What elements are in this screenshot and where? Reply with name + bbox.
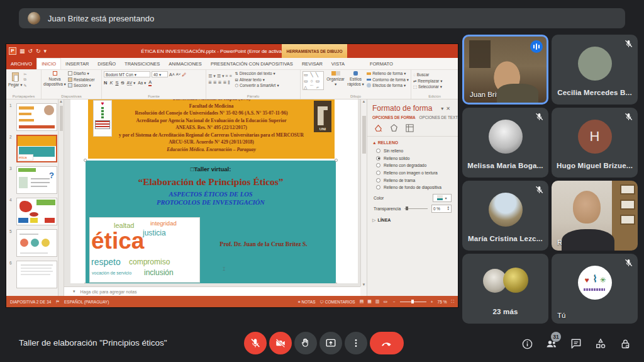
char-spacing-icon[interactable]: A̲V̲ ▾ [126,81,135,86]
accessibility-icon[interactable]: ⛿ [56,299,59,304]
shapes-gallery[interactable]: ▭ ╲ ╲ ▭ ○ ▭△ ⌒ ⌐ ◇ ⇩ ☆ [303,71,324,90]
tab-inicio[interactable]: INICIO [36,58,61,69]
line-section-header[interactable]: ▷LÍNEA [367,213,458,228]
notes-bar[interactable]: ▾ Haga clic para agregar notas [64,286,360,296]
replace-button[interactable]: ⇄ Reemplazar ▾ [413,79,456,83]
tab-insertar[interactable]: INSERTAR [61,58,93,69]
comments-toggle[interactable]: 🗩 COMENTARIOS [319,300,355,304]
mic-toggle-button[interactable] [244,332,267,354]
transparency-slider[interactable] [404,208,428,209]
tile-melissa[interactable]: Melissa Maria Boga... [462,108,548,178]
change-case-icon[interactable]: Aa ▾ [138,81,146,86]
participants-button[interactable]: 31 [545,337,558,350]
language-indicator[interactable]: ESPAÑOL (PARAGUAY) [64,300,109,304]
smartart-button[interactable]: ⬡ Convertir a SmartArt ▾ [235,83,279,88]
arrange-button[interactable]: Organizar ▾ [326,71,345,87]
tile-raul-real[interactable]: Raul Real [552,181,638,251]
tile-maria-cristina[interactable]: María Cristina Lezc... [462,181,548,251]
fill-option-gradient[interactable]: Relleno con degradado [367,162,458,169]
font-color-icon[interactable]: A [148,79,152,86]
zoom-in-icon[interactable]: + [431,300,433,304]
thumbnail-scrollbar[interactable]: ▲ [58,99,64,296]
size-properties-icon[interactable] [405,123,414,133]
thumbnail-slide-3[interactable]: 3 ? [9,166,57,194]
align-icons[interactable]: ≣ ≣ ≣ ≣ ⫼ [208,80,231,85]
thumbnail-slide-5[interactable]: 5 [9,229,57,257]
tile-cecilia[interactable]: Cecilia Mercedes B... [552,35,638,105]
slide-thumbnail-panel[interactable]: 1 2 ética 3 ? [6,99,64,296]
italic-button[interactable]: K [109,80,113,86]
fill-option-background[interactable]: Relleno de fondo de diapositiva [367,184,458,191]
fill-color-button[interactable]: ▾ [433,194,452,202]
align-text-button[interactable]: ⊟ Alinear texto ▾ [235,77,279,82]
new-slide-button[interactable]: Nueva diapositiva ▾ [43,71,66,88]
slide-vertical-scrollbar[interactable]: ▲▼ [360,99,367,286]
tab-diseno[interactable]: DISEÑO [93,58,120,69]
notes-collapse-icon[interactable]: ▾ [73,289,75,294]
font-name-combo[interactable]: Bodoni MT Con ▾ [104,71,150,77]
clear-format-icon[interactable]: 🖉 [182,72,186,77]
tab-animaciones[interactable]: ANIMACIONES [164,58,206,69]
underline-button[interactable]: S [115,80,118,86]
tab-formato[interactable]: FORMATO [365,58,397,69]
copy-icon[interactable]: ⧉ [23,77,26,82]
bold-button[interactable]: N [104,80,107,86]
fill-section-header[interactable]: ▲ RELLENO [367,137,458,147]
tile-juan-britez[interactable]: Juan Britez [462,35,548,105]
host-controls-button[interactable] [619,337,631,350]
slide-layout-button[interactable]: Diseño ▾ [68,71,95,76]
strikethrough-button[interactable]: S [121,80,124,86]
shape-effects-button[interactable]: Efectos de forma ▾ [367,83,409,88]
reset-slide-button[interactable]: Restablecer [68,77,95,82]
paste-button[interactable]: Pegar ▾ [8,71,22,88]
meeting-details-button[interactable] [521,337,533,350]
tab-transiciones[interactable]: TRANSICIONES [120,58,164,69]
zoom-slider[interactable] [400,302,426,302]
section-button[interactable]: Sección ▾ [68,83,95,88]
chat-button[interactable] [570,337,582,350]
panel-tab-shape-options[interactable]: OPCIONES DE FORMA [372,115,416,120]
tab-archivo[interactable]: ARCHIVO [6,58,36,69]
zoom-percentage[interactable]: 75 % [438,300,447,304]
shape-fill-button[interactable]: Relleno de forma ▾ [367,71,409,76]
activities-button[interactable] [594,337,607,350]
text-direction-button[interactable]: ⇅ Dirección del texto ▾ [235,71,279,76]
transparency-spinner[interactable]: 0 %▲▼ [431,205,452,213]
slide-title-block[interactable]: □Taller virtual: “Elaboración de Princip… [86,161,336,283]
fit-slide-icon[interactable]: ⛶ [451,299,454,304]
tile-self[interactable]: ♥⌇✳ Tú [552,254,638,324]
tab-vista[interactable]: VISTA [327,58,349,69]
select-button[interactable]: ⬚ Seleccionar ▾ [413,84,456,89]
slide-2-canvas[interactable]: ♥ UNI Universidad Nacional de Itapúa (UN… [70,99,358,283]
thumbnail-slide-6[interactable]: 6 [9,261,57,288]
fill-option-pattern[interactable]: Relleno de trama [367,176,458,184]
raise-hand-button[interactable] [294,332,317,354]
thumbnail-slide-4[interactable]: 4 [9,198,57,225]
panel-close-icon[interactable]: ✕ [446,106,453,111]
slide-header-block[interactable]: Universidad Nacional de Itapúa (UNI) Fac… [88,99,335,159]
tile-overflow-23-mas[interactable]: 23 más [462,254,548,324]
zoom-out-icon[interactable]: − [393,300,396,304]
panel-tab-text-options[interactable]: OPCIONES DE TEXTO [419,115,458,120]
shrink-font-icon[interactable]: A˅ [176,72,181,76]
effects-icon[interactable] [389,123,399,133]
find-button[interactable]: ◌ Buscar [413,72,456,77]
camera-toggle-button[interactable] [269,332,292,354]
fill-option-picture[interactable]: Relleno con imagen o textura [367,169,458,177]
shape-outline-button[interactable]: Contorno de forma ▾ [367,77,409,82]
format-painter-icon[interactable]: ✎ [23,83,26,88]
fill-option-solid[interactable]: Relleno sólido [367,155,458,162]
thumbnail-slide-2-selected[interactable]: 2 ética [9,135,57,162]
notes-toggle[interactable]: ≡ NOTAS [298,300,316,304]
fill-line-icon[interactable] [374,123,383,133]
tab-presentacion[interactable]: PRESENTACIÓN CON DIAPOSITIVAS [206,58,297,69]
view-buttons[interactable]: ▤ ▦ ▥ ▭ [360,299,389,304]
more-options-button[interactable] [345,332,367,354]
font-size-combo[interactable]: 40 ▾ [152,71,168,77]
cut-icon[interactable]: ✂ [23,72,26,76]
bullet-list-icons[interactable]: ☰ ▾ ☰ ▾ ≡ ≡ [208,74,231,79]
quick-styles-button[interactable]: Estilos rápidos ▾ [347,71,365,87]
thumbnail-slide-1[interactable]: 1 [9,103,57,131]
fill-option-none[interactable]: Sin relleno [367,147,458,155]
tab-revisar[interactable]: REVISAR [297,58,327,69]
